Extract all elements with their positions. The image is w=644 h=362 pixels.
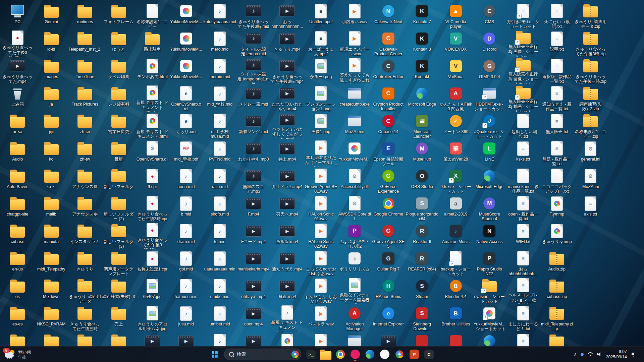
desktop-icon[interactable]: アナウンス冬 [68, 194, 102, 222]
desktop-icon[interactable]: 無題のスコア.mp3 [237, 167, 271, 194]
desktop-icon[interactable]: 営業日変更 [102, 112, 136, 139]
desktop-icon[interactable]: Audio [1, 139, 35, 167]
desktop-icon[interactable]: Audio.zip [540, 249, 574, 277]
desktop-icon[interactable]: YukkuriMovieM... [338, 139, 372, 167]
desktop-icon[interactable]: PPiapro Studio NT2 [473, 249, 506, 277]
desktop-icon[interactable]: VVoiSona [439, 57, 473, 84]
desktop-icon[interactable]: AActivation Manager [338, 304, 372, 331]
desktop-icon[interactable]: GGuitar Rig 7 [372, 249, 406, 277]
taskbar-app-file-explorer[interactable] [318, 347, 333, 362]
desktop-icon[interactable]: ▲VLC media player [439, 2, 473, 29]
desktop-icon[interactable]: ♪rajio.mid [203, 167, 237, 194]
desktop-icon[interactable]: だれだFXいれたやつ.mp4 [270, 84, 304, 112]
desktop-icon[interactable]: GGIMP 3.0.4 [473, 57, 506, 84]
desktop-icon[interactable]: EEpson 接続診断ツール [372, 139, 406, 167]
desktop-icon[interactable]: createdump.exe [338, 84, 372, 112]
desktop-icon[interactable]: PC [1, 2, 35, 29]
desktop-icon[interactable]: GGroove Agent SE 5 [372, 222, 406, 249]
desktop-icon[interactable]: F.mp4 [237, 194, 271, 222]
desktop-icon[interactable]: ●きゅうり食べってた午後3時.cpr [136, 194, 169, 222]
desktop-icon[interactable]: YukkuriMovieM... [169, 2, 203, 29]
desktop-icon[interactable]: ↗YukkuriMovieM... - ショートカット [473, 304, 506, 331]
wifi-icon[interactable] [588, 352, 593, 356]
desktop-icon[interactable]: ♪mero.mid [203, 29, 237, 57]
desktop-icon[interactable]: 無題.mp4 [270, 277, 304, 304]
desktop-icon[interactable]: ▶答え知ってても乱しすぎわこれi.wav [338, 57, 372, 84]
taskbar-app-copilot[interactable] [377, 347, 392, 362]
desktop-icon[interactable]: DDiscord [473, 29, 506, 57]
desktop-icon[interactable]: きゅうり食べってた午後3時.mp4 [270, 57, 304, 84]
desktop-icon[interactable]: きゅうり食べってた午後3時.mid [237, 2, 271, 29]
desktop-icon[interactable]: Track Pictures [68, 84, 102, 112]
desktop-icon[interactable]: ↗無人販売不正行為 動画 - ショートカット [506, 84, 540, 112]
desktop-icon[interactable]: Auto Saves [1, 167, 35, 194]
desktop-icon[interactable]: アナウンス夏 [68, 167, 102, 194]
desktop-icon[interactable]: ≡↗万引きJモ.txt - ショートカット [506, 2, 540, 29]
desktop-icon[interactable]: chatgpt-site [1, 194, 35, 222]
desktop-icon[interactable]: Microsoft Edge [405, 84, 439, 112]
desktop-icon[interactable]: MMuseScore Studio 4 [473, 194, 506, 222]
taskbar-app-cubase[interactable]: C [422, 347, 436, 362]
desktop-icon[interactable]: きゅうり_調声用データ.zip [574, 2, 608, 29]
desktop-icon[interactable]: ≡無題 - 親作品一覧.txt [540, 139, 574, 167]
desktop-icon[interactable]: メドレー風.mid [237, 84, 271, 112]
desktop-icon[interactable]: ●名称未設定1.cpr [136, 249, 169, 277]
desktop-icon[interactable]: ≡open - 親作品一覧.txt [506, 194, 540, 222]
desktop-icon[interactable]: X↗9.5.xlsx - ショートカット [439, 167, 473, 194]
desktop-icon[interactable]: KKontakt 8 [405, 29, 439, 57]
desktop-icon[interactable]: ヘッドフォンはずしてであがった.mp4 [270, 112, 304, 139]
desktop-icon[interactable]: きゅうり食べってた.mp4 [1, 57, 35, 84]
desktop-icon[interactable]: ≡選択版 - 親作品一覧.txt [540, 57, 574, 84]
desktop-icon[interactable]: きゅうりのアコル用サムネ.jpg [136, 304, 169, 331]
desktop-icon[interactable]: RREAPER (x64) [405, 249, 439, 277]
desktop-icon[interactable]: きゅうり.ymmp [540, 222, 574, 249]
desktop-icon[interactable]: zh-cn [68, 112, 102, 139]
desktop-icon[interactable]: インスタグラム [68, 222, 102, 249]
desktop-icon[interactable]: 新規 テキスト ドキュメント (2).html [136, 84, 169, 112]
desktop-icon[interactable]: ≡ニコニコバックアップIー.txt [540, 167, 574, 194]
desktop-icon[interactable]: ♪hamusu.mid [169, 277, 203, 304]
search-input[interactable]: 検索 [224, 349, 301, 360]
desktop-icon[interactable]: ▦Minecraft Launcher [405, 112, 439, 139]
desktop-icon[interactable]: 65407.jpg [136, 277, 169, 304]
desktop-icon[interactable]: ゆうと [102, 29, 136, 57]
clock[interactable]: 9:07 2025/09/14 [606, 349, 627, 360]
desktop-icon[interactable]: ▶HALion Sonic 02.wav [304, 222, 338, 249]
desktop-icon[interactable]: プレゼンテーション1.png [304, 84, 338, 112]
desktop-icon[interactable]: zh-tw [68, 139, 102, 167]
desktop-icon[interactable]: ≡manisekarin - 親作品一覧.txt [506, 167, 540, 194]
taskbar-app-terminal[interactable]: >_ [304, 347, 318, 362]
desktop-icon[interactable]: きゅうり食べってた午後三時 [68, 304, 102, 331]
desktop-icon[interactable]: タイトル未設定.tempo.orig1.mid [237, 57, 271, 84]
desktop-icon[interactable]: ja [35, 84, 68, 112]
desktop-icon[interactable]: 孤独なインディーゲーム開発者の一生 ... [338, 277, 372, 304]
desktop-icon[interactable]: ↗backup - ショートカット [439, 249, 473, 277]
desktop-icon[interactable]: ≡死にたい_♪歌詞.txt [540, 2, 574, 29]
desktop-icon[interactable]: maniuta [35, 222, 68, 249]
desktop-icon[interactable]: cubase [1, 222, 35, 249]
desktop-icon[interactable]: ♪dram.mid [169, 222, 203, 249]
desktop-icon[interactable]: Gemini [35, 2, 68, 29]
desktop-icon[interactable]: CCrypton Product Installer [372, 84, 406, 112]
desktop-icon[interactable]: OOBS Studio [405, 167, 439, 194]
desktop-icon[interactable]: 通知うぜえ.mp4 [270, 249, 304, 277]
desktop-icon[interactable]: eInternet Explorer [372, 304, 406, 331]
desktop-icon[interactable]: ♪aorin.mid [169, 167, 203, 194]
desktop-icon[interactable]: ♪gpt.mid [169, 249, 203, 277]
desktop-icon[interactable]: ▶ずんだもん_しおかぜる.wav [304, 277, 338, 304]
show-desktop-button[interactable] [639, 347, 641, 362]
desktop-icon[interactable]: ♪新規 テキスト ドキュメント.musicxml [270, 304, 304, 331]
desktop-icon[interactable]: ≡説明.txt [540, 29, 574, 57]
desktop-icon[interactable]: 画像1.png [304, 112, 338, 139]
desktop-icon[interactable]: おっhhhhhhhhhhhh... [270, 2, 304, 29]
desktop-icon[interactable]: 調声練習(失敗)_3.zip [574, 84, 608, 112]
desktop-icon[interactable]: ohhayo-.mp4 [237, 277, 271, 304]
desktop-icon[interactable]: es [1, 277, 35, 304]
start-button[interactable] [208, 348, 222, 361]
desktop-icon[interactable]: GGeForce Experience [372, 167, 406, 194]
desktop-icon[interactable]: NCakewalk Next [372, 2, 406, 29]
desktop-icon[interactable]: NNative Access [473, 222, 506, 249]
desktop-icon[interactable]: ≡_起動しない場合.txt [506, 112, 540, 139]
desktop-icon[interactable]: RReaktor 6 [405, 222, 439, 249]
desktop-icon[interactable]: 新規 テキスト ドキュメント.html [136, 112, 169, 139]
